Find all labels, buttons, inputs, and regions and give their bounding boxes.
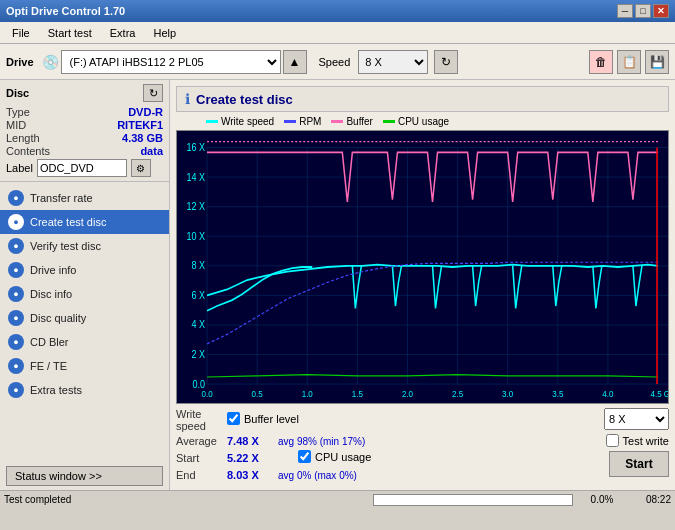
cpu-checkbox[interactable] xyxy=(298,450,311,463)
legend-label-rpm: RPM xyxy=(299,116,321,127)
status-bar: Test completed 0.0% 08:22 xyxy=(0,490,675,508)
speed-dropdown-area: 8 X xyxy=(604,408,669,430)
nav-label-transfer-rate: Transfer rate xyxy=(30,192,93,204)
menu-help[interactable]: Help xyxy=(145,25,184,41)
refresh-button[interactable]: ↻ xyxy=(434,50,458,74)
content-area: ℹ Create test disc Write speed RPM Buffe… xyxy=(170,80,675,490)
buffer-checkbox-label: Buffer level xyxy=(244,413,299,425)
test-write-label: Test write xyxy=(623,435,669,447)
disc-reload-button[interactable]: ↻ xyxy=(143,84,163,102)
buffer-checkbox[interactable] xyxy=(227,412,240,425)
speed-label: Speed xyxy=(319,56,351,68)
nav-item-disc-quality[interactable]: ● Disc quality xyxy=(0,306,169,330)
disc-mid-row: MID RITEKF1 xyxy=(6,119,163,131)
maximize-button[interactable]: □ xyxy=(635,4,651,18)
disc-type-row: Type DVD-R xyxy=(6,106,163,118)
minimize-button[interactable]: ─ xyxy=(617,4,633,18)
svg-text:0.0: 0.0 xyxy=(201,388,212,399)
legend-label-buffer: Buffer xyxy=(346,116,373,127)
nav-label-verify-test-disc: Verify test disc xyxy=(30,240,101,252)
svg-text:8 X: 8 X xyxy=(192,260,206,272)
disc-contents-row: Contents data xyxy=(6,145,163,157)
nav-icon-create-test-disc: ● xyxy=(8,214,24,230)
disc-type-value: DVD-R xyxy=(128,106,163,118)
disc-label-label: Label xyxy=(6,162,33,174)
stats-right: 8 X Test write Start xyxy=(604,408,669,477)
copy-button[interactable]: 📋 xyxy=(617,50,641,74)
legend-rpm: RPM xyxy=(284,116,321,127)
menu-extra[interactable]: Extra xyxy=(102,25,144,41)
svg-text:12 X: 12 X xyxy=(187,201,206,213)
test-write-row: Test write xyxy=(606,434,669,447)
save-button[interactable]: 💾 xyxy=(645,50,669,74)
nav-list: ● Transfer rate ● Create test disc ● Ver… xyxy=(0,182,169,462)
legend-color-rpm xyxy=(284,120,296,123)
speed-select[interactable]: 8 X xyxy=(358,50,428,74)
nav-label-disc-info: Disc info xyxy=(30,288,72,300)
erase-button[interactable]: 🗑 xyxy=(589,50,613,74)
disc-length-label: Length xyxy=(6,132,40,144)
svg-text:14 X: 14 X xyxy=(187,171,206,183)
menu-file[interactable]: File xyxy=(4,25,38,41)
app-title: Opti Drive Control 1.70 xyxy=(6,5,125,17)
disc-panel: Disc ↻ Type DVD-R MID RITEKF1 Length 4.3… xyxy=(0,80,169,182)
svg-text:3.0: 3.0 xyxy=(502,388,513,399)
chart-icon: ℹ xyxy=(185,91,190,107)
start-row: Start 5.22 X CPU usage xyxy=(176,450,594,466)
drive-select[interactable]: (F:) ATAPI iHBS112 2 PL05 xyxy=(61,50,281,74)
svg-text:10 X: 10 X xyxy=(187,230,206,242)
average-value: 7.48 X xyxy=(227,435,272,447)
nav-icon-verify-test-disc: ● xyxy=(8,238,24,254)
nav-label-drive-info: Drive info xyxy=(30,264,76,276)
progress-text: 0.0% xyxy=(577,494,627,505)
nav-item-transfer-rate[interactable]: ● Transfer rate xyxy=(0,186,169,210)
start-value: 5.22 X xyxy=(227,452,272,464)
nav-item-disc-info[interactable]: ● Disc info xyxy=(0,282,169,306)
disc-length-row: Length 4.38 GB xyxy=(6,132,163,144)
average-row: Average 7.48 X avg 98% (min 17%) xyxy=(176,435,594,447)
nav-icon-transfer-rate: ● xyxy=(8,190,24,206)
nav-icon-drive-info: ● xyxy=(8,262,24,278)
svg-text:2.5: 2.5 xyxy=(452,388,463,399)
nav-label-cd-bler: CD Bler xyxy=(30,336,69,348)
nav-item-fe-te[interactable]: ● FE / TE xyxy=(0,354,169,378)
toolbar: Drive 💿 (F:) ATAPI iHBS112 2 PL05 ▲ Spee… xyxy=(0,44,675,80)
end-label: End xyxy=(176,469,221,481)
close-button[interactable]: ✕ xyxy=(653,4,669,18)
progress-bar xyxy=(373,494,573,506)
svg-text:2 X: 2 X xyxy=(192,348,206,360)
start-button[interactable]: Start xyxy=(609,451,669,477)
status-window-button[interactable]: Status window >> xyxy=(6,466,163,486)
legend-color-write-speed xyxy=(206,120,218,123)
write-speed-select[interactable]: 8 X xyxy=(604,408,669,430)
nav-icon-disc-quality: ● xyxy=(8,310,24,326)
svg-text:4.0: 4.0 xyxy=(602,388,613,399)
legend-color-cpu xyxy=(383,120,395,123)
menu-start-test[interactable]: Start test xyxy=(40,25,100,41)
disc-label-button[interactable]: ⚙ xyxy=(131,159,151,177)
stats-left: Write speed Buffer level Average 7.48 X … xyxy=(176,408,594,484)
window-controls: ─ □ ✕ xyxy=(617,4,669,18)
legend-buffer: Buffer xyxy=(331,116,373,127)
nav-item-drive-info[interactable]: ● Drive info xyxy=(0,258,169,282)
average-extra: avg 98% (min 17%) xyxy=(278,436,365,447)
cpu-checkbox-label: CPU usage xyxy=(315,451,371,463)
drive-label: Drive xyxy=(6,56,34,68)
disc-mid-value: RITEKF1 xyxy=(117,119,163,131)
nav-item-cd-bler[interactable]: ● CD Bler xyxy=(0,330,169,354)
legend-cpu: CPU usage xyxy=(383,116,449,127)
legend-write-speed: Write speed xyxy=(206,116,274,127)
eject-button[interactable]: ▲ xyxy=(283,50,307,74)
svg-text:4 X: 4 X xyxy=(192,319,206,331)
nav-item-extra-tests[interactable]: ● Extra tests xyxy=(0,378,169,402)
test-write-checkbox[interactable] xyxy=(606,434,619,447)
nav-item-create-test-disc[interactable]: ● Create test disc xyxy=(0,210,169,234)
cpu-checkbox-row: CPU usage xyxy=(298,450,371,463)
nav-label-disc-quality: Disc quality xyxy=(30,312,86,324)
disc-label-input[interactable] xyxy=(37,159,127,177)
menu-bar: File Start test Extra Help xyxy=(0,22,675,44)
nav-icon-extra-tests: ● xyxy=(8,382,24,398)
nav-label-create-test-disc: Create test disc xyxy=(30,216,106,228)
nav-item-verify-test-disc[interactable]: ● Verify test disc xyxy=(0,234,169,258)
legend-label-cpu: CPU usage xyxy=(398,116,449,127)
